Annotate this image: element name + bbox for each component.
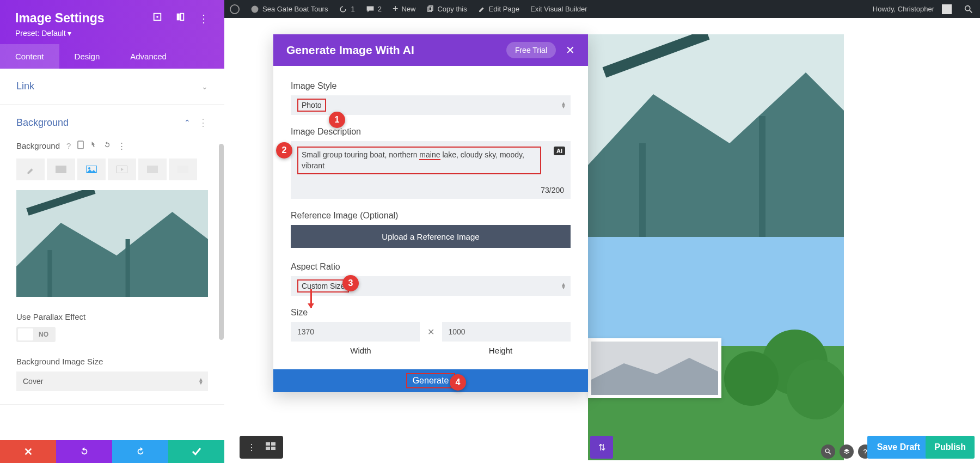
more-icon[interactable]: ⋮ (198, 12, 209, 25)
svg-point-1 (252, 5, 259, 13)
ref-label: Reference Image (Optional) (291, 211, 571, 221)
refresh-count[interactable]: 1 (333, 0, 360, 18)
search-icon[interactable] (964, 4, 973, 14)
tab-design[interactable]: Design (59, 44, 115, 69)
bg-video-icon[interactable] (108, 159, 136, 180)
select-arrows-icon: ▲▼ (561, 102, 566, 108)
bg-mask-icon[interactable] (169, 159, 197, 180)
reference-thumb[interactable] (588, 338, 721, 398)
upload-reference-button[interactable]: Upload a Reference Image (291, 225, 571, 248)
background-label: Background (16, 141, 60, 150)
aspect-label: Aspect Ratio (291, 262, 571, 272)
style-value: Photo (297, 99, 326, 112)
layers-icon[interactable] (840, 444, 854, 459)
width-label: Width (291, 346, 431, 355)
layout-icon[interactable] (175, 12, 185, 25)
exit-visual-builder[interactable]: Exit Visual Builder (525, 0, 593, 18)
svg-point-4 (965, 5, 970, 10)
copy-this[interactable]: Copy this (421, 0, 472, 18)
publish-button[interactable]: Publish (926, 436, 975, 459)
chevron-down-icon: ⌄ (201, 82, 208, 91)
svg-point-40 (825, 449, 829, 453)
bgsize-select[interactable]: Cover▲▼ (16, 371, 208, 391)
svg-rect-8 (177, 13, 180, 20)
bg-pattern-icon[interactable] (138, 159, 167, 180)
svg-point-7 (156, 16, 158, 18)
site-name[interactable]: Sea Gate Boat Tours (245, 0, 333, 18)
section-background[interactable]: Background⌃⋮ (0, 105, 224, 141)
howdy-user[interactable]: Howdy, Christopher (867, 0, 957, 18)
svg-rect-39 (271, 447, 275, 450)
sort-icon[interactable]: ⇅ (590, 436, 613, 459)
hover-icon[interactable] (90, 141, 97, 151)
settings-tabs: Content Design Advanced (0, 44, 224, 69)
generate-button[interactable]: Generate (273, 369, 588, 392)
tab-advanced[interactable]: Advanced (115, 44, 182, 69)
page-canvas: Generate Image With AI Free Trial ✕ Imag… (224, 18, 980, 463)
size-label: Size (291, 308, 571, 318)
desc-textarea[interactable]: Small group touring boat, northern maine… (291, 141, 571, 199)
svg-rect-16 (177, 166, 188, 173)
field-more-icon[interactable]: ⋮ (118, 141, 126, 151)
wp-logo[interactable] (224, 0, 245, 18)
help-icon[interactable]: ? (66, 141, 71, 150)
char-count: 73/200 (541, 186, 564, 194)
new-button[interactable]: +New (387, 0, 421, 18)
reset-icon[interactable] (103, 141, 111, 150)
parallax-toggle[interactable]: NO (16, 327, 56, 342)
save-button[interactable] (168, 440, 224, 463)
close-icon[interactable]: ✕ (566, 44, 575, 57)
preset-dropdown[interactable]: Preset: Default ▾ (15, 29, 209, 38)
aspect-value: Custom Size (297, 279, 349, 293)
section-more-icon[interactable]: ⋮ (198, 117, 208, 129)
redo-button[interactable] (112, 440, 168, 463)
callout-3: 3 (342, 275, 359, 291)
aspect-select[interactable]: Custom Size ▲▼ (291, 276, 571, 296)
background-preview[interactable] (16, 190, 208, 297)
free-trial-badge[interactable]: Free Trial (506, 42, 556, 58)
svg-rect-9 (181, 13, 183, 20)
svg-rect-36 (266, 442, 270, 446)
svg-rect-38 (266, 447, 270, 450)
tab-content[interactable]: Content (0, 44, 59, 69)
bg-gradient-icon[interactable] (47, 159, 75, 180)
ai-modal: Generate Image With AI Free Trial ✕ Imag… (273, 34, 588, 392)
save-draft-button[interactable]: Save Draft (867, 436, 930, 459)
wp-admin-bar: Sea Gate Boat Tours 1 2 +New Copy this E… (224, 0, 980, 18)
svg-rect-15 (147, 166, 158, 173)
svg-point-33 (787, 360, 844, 419)
expand-icon[interactable] (152, 12, 162, 25)
select-arrows-icon: ▲▼ (198, 378, 204, 385)
ai-chip[interactable]: AI (554, 147, 565, 155)
zoom-icon[interactable] (821, 444, 835, 459)
edit-page[interactable]: Edit Page (473, 0, 525, 18)
bg-color-icon[interactable] (16, 159, 45, 180)
avatar (942, 4, 952, 14)
discard-button[interactable] (0, 440, 56, 463)
svg-rect-11 (56, 166, 66, 173)
arrow-down-icon (310, 289, 312, 308)
width-input[interactable]: 1370 (291, 322, 420, 342)
toolbar-wireframe-icon[interactable] (266, 442, 275, 452)
svg-rect-3 (429, 5, 433, 10)
canvas-toolbar[interactable]: ⋮ (240, 436, 283, 459)
callout-4: 4 (450, 374, 466, 391)
comments[interactable]: 2 (360, 0, 387, 18)
bg-image-icon[interactable] (77, 159, 106, 180)
undo-button[interactable] (56, 440, 112, 463)
style-select[interactable]: Photo ▲▼ (291, 95, 571, 115)
device-icon[interactable] (77, 141, 84, 151)
svg-line-41 (829, 452, 831, 454)
section-link[interactable]: Link⌄ (0, 69, 224, 104)
toolbar-more-icon[interactable]: ⋮ (247, 442, 256, 453)
bgsize-label: Background Image Size (16, 357, 208, 366)
svg-point-13 (88, 167, 90, 169)
chevron-up-icon: ⌃ (184, 118, 191, 127)
scrollbar[interactable] (219, 144, 224, 340)
modal-title: Generate Image With AI (286, 44, 414, 57)
svg-rect-37 (271, 442, 275, 446)
svg-point-0 (230, 4, 239, 13)
height-input[interactable]: 1000 (442, 322, 571, 342)
panel-title: Image Settings (15, 11, 105, 26)
svg-rect-2 (428, 7, 432, 11)
